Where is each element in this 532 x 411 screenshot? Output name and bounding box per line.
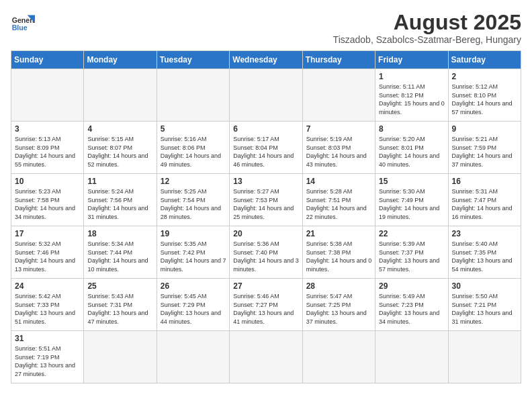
title-area: August 2025 Tiszadob, Szabolcs-Szatmar-B… <box>333 11 521 45</box>
calendar-cell: 7Sunrise: 5:19 AM Sunset: 8:03 PM Daylig… <box>302 122 375 174</box>
day-info: Sunrise: 5:40 AM Sunset: 7:35 PM Dayligh… <box>452 240 518 273</box>
day-number: 22 <box>379 229 445 238</box>
day-number: 11 <box>87 177 153 186</box>
calendar-cell: 30Sunrise: 5:50 AM Sunset: 7:21 PM Dayli… <box>448 279 521 331</box>
month-year-title: August 2025 <box>333 11 521 34</box>
page-container: General Blue August 2025 Tiszadob, Szabo… <box>11 11 521 383</box>
day-number: 4 <box>87 124 153 134</box>
calendar-cell: 10Sunrise: 5:23 AM Sunset: 7:58 PM Dayli… <box>11 174 84 226</box>
day-info: Sunrise: 5:35 AM Sunset: 7:42 PM Dayligh… <box>161 240 226 273</box>
day-number: 31 <box>15 334 81 343</box>
calendar-cell <box>375 331 448 383</box>
calendar-cell: 22Sunrise: 5:39 AM Sunset: 7:37 PM Dayli… <box>375 226 448 279</box>
day-info: Sunrise: 5:36 AM Sunset: 7:40 PM Dayligh… <box>233 240 299 273</box>
day-info: Sunrise: 5:47 AM Sunset: 7:25 PM Dayligh… <box>306 292 372 326</box>
calendar-cell: 2Sunrise: 5:12 AM Sunset: 8:10 PM Daylig… <box>448 69 521 122</box>
calendar-cell: 18Sunrise: 5:34 AM Sunset: 7:44 PM Dayli… <box>84 226 157 279</box>
calendar-cell <box>230 331 302 383</box>
calendar-cell: 11Sunrise: 5:24 AM Sunset: 7:56 PM Dayli… <box>84 174 157 226</box>
day-info: Sunrise: 5:28 AM Sunset: 7:51 PM Dayligh… <box>306 187 372 221</box>
day-number: 17 <box>15 229 81 238</box>
calendar-cell: 19Sunrise: 5:35 AM Sunset: 7:42 PM Dayli… <box>157 226 229 279</box>
logo: General Blue <box>11 11 35 35</box>
day-info: Sunrise: 5:19 AM Sunset: 8:03 PM Dayligh… <box>306 135 372 169</box>
week-row-0: 1Sunrise: 5:11 AM Sunset: 8:12 PM Daylig… <box>11 69 521 122</box>
calendar-cell <box>302 331 375 383</box>
calendar-cell: 4Sunrise: 5:15 AM Sunset: 8:07 PM Daylig… <box>84 122 157 174</box>
location-subtitle: Tiszadob, Szabolcs-Szatmar-Bereg, Hungar… <box>333 34 521 45</box>
day-info: Sunrise: 5:31 AM Sunset: 7:47 PM Dayligh… <box>452 187 518 221</box>
day-info: Sunrise: 5:32 AM Sunset: 7:46 PM Dayligh… <box>15 240 81 273</box>
day-number: 20 <box>233 229 299 238</box>
calendar-cell: 6Sunrise: 5:17 AM Sunset: 8:04 PM Daylig… <box>230 122 302 174</box>
day-info: Sunrise: 5:50 AM Sunset: 7:21 PM Dayligh… <box>452 292 518 326</box>
day-info: Sunrise: 5:51 AM Sunset: 7:19 PM Dayligh… <box>15 345 81 378</box>
day-number: 26 <box>161 281 226 291</box>
day-info: Sunrise: 5:12 AM Sunset: 8:10 PM Dayligh… <box>452 83 518 116</box>
day-number: 27 <box>233 281 299 291</box>
calendar-cell <box>11 69 84 122</box>
day-info: Sunrise: 5:49 AM Sunset: 7:23 PM Dayligh… <box>379 292 445 326</box>
day-info: Sunrise: 5:45 AM Sunset: 7:29 PM Dayligh… <box>161 292 226 326</box>
weekday-header-thursday: Thursday <box>302 51 375 69</box>
day-info: Sunrise: 5:24 AM Sunset: 7:56 PM Dayligh… <box>87 187 153 221</box>
day-number: 29 <box>379 281 445 291</box>
calendar-cell: 21Sunrise: 5:38 AM Sunset: 7:38 PM Dayli… <box>302 226 375 279</box>
day-number: 19 <box>161 229 226 238</box>
calendar-cell: 23Sunrise: 5:40 AM Sunset: 7:35 PM Dayli… <box>448 226 521 279</box>
week-row-3: 17Sunrise: 5:32 AM Sunset: 7:46 PM Dayli… <box>11 226 521 279</box>
day-number: 18 <box>87 229 153 238</box>
week-row-4: 24Sunrise: 5:42 AM Sunset: 7:33 PM Dayli… <box>11 279 521 331</box>
weekday-header-row: SundayMondayTuesdayWednesdayThursdayFrid… <box>11 51 521 69</box>
calendar-cell: 17Sunrise: 5:32 AM Sunset: 7:46 PM Dayli… <box>11 226 84 279</box>
calendar-cell: 31Sunrise: 5:51 AM Sunset: 7:19 PM Dayli… <box>11 331 84 383</box>
day-number: 24 <box>15 281 81 291</box>
day-number: 6 <box>233 124 299 134</box>
day-number: 30 <box>452 281 518 291</box>
generalblue-logo-icon: General Blue <box>11 11 35 35</box>
day-info: Sunrise: 5:39 AM Sunset: 7:37 PM Dayligh… <box>379 240 445 273</box>
day-info: Sunrise: 5:30 AM Sunset: 7:49 PM Dayligh… <box>379 187 445 221</box>
day-number: 7 <box>306 124 372 134</box>
calendar-cell: 13Sunrise: 5:27 AM Sunset: 7:53 PM Dayli… <box>230 174 302 226</box>
week-row-1: 3Sunrise: 5:13 AM Sunset: 8:09 PM Daylig… <box>11 122 521 174</box>
calendar-cell <box>84 69 157 122</box>
calendar-cell <box>157 331 229 383</box>
calendar-cell: 3Sunrise: 5:13 AM Sunset: 8:09 PM Daylig… <box>11 122 84 174</box>
week-row-5: 31Sunrise: 5:51 AM Sunset: 7:19 PM Dayli… <box>11 331 521 383</box>
weekday-header-saturday: Saturday <box>448 51 521 69</box>
calendar-cell: 8Sunrise: 5:20 AM Sunset: 8:01 PM Daylig… <box>375 122 448 174</box>
day-number: 3 <box>15 124 81 134</box>
day-number: 28 <box>306 281 372 291</box>
weekday-header-tuesday: Tuesday <box>157 51 229 69</box>
day-info: Sunrise: 5:42 AM Sunset: 7:33 PM Dayligh… <box>15 292 81 326</box>
day-number: 12 <box>161 177 226 186</box>
calendar-cell: 20Sunrise: 5:36 AM Sunset: 7:40 PM Dayli… <box>230 226 302 279</box>
day-number: 15 <box>379 177 445 186</box>
day-number: 16 <box>452 177 518 186</box>
calendar-cell <box>157 69 229 122</box>
calendar-cell: 29Sunrise: 5:49 AM Sunset: 7:23 PM Dayli… <box>375 279 448 331</box>
day-info: Sunrise: 5:17 AM Sunset: 8:04 PM Dayligh… <box>233 135 299 169</box>
calendar-cell <box>302 69 375 122</box>
day-number: 25 <box>87 281 153 291</box>
calendar-cell: 14Sunrise: 5:28 AM Sunset: 7:51 PM Dayli… <box>302 174 375 226</box>
calendar-cell: 28Sunrise: 5:47 AM Sunset: 7:25 PM Dayli… <box>302 279 375 331</box>
calendar-cell: 27Sunrise: 5:46 AM Sunset: 7:27 PM Dayli… <box>230 279 302 331</box>
svg-text:Blue: Blue <box>12 24 28 32</box>
weekday-header-wednesday: Wednesday <box>230 51 302 69</box>
day-info: Sunrise: 5:20 AM Sunset: 8:01 PM Dayligh… <box>379 135 445 169</box>
day-info: Sunrise: 5:15 AM Sunset: 8:07 PM Dayligh… <box>87 135 153 169</box>
calendar-cell: 25Sunrise: 5:43 AM Sunset: 7:31 PM Dayli… <box>84 279 157 331</box>
calendar-cell: 5Sunrise: 5:16 AM Sunset: 8:06 PM Daylig… <box>157 122 229 174</box>
calendar-cell <box>84 331 157 383</box>
day-info: Sunrise: 5:46 AM Sunset: 7:27 PM Dayligh… <box>233 292 299 326</box>
day-number: 13 <box>233 177 299 186</box>
day-number: 14 <box>306 177 372 186</box>
day-info: Sunrise: 5:23 AM Sunset: 7:58 PM Dayligh… <box>15 187 81 221</box>
calendar-cell: 16Sunrise: 5:31 AM Sunset: 7:47 PM Dayli… <box>448 174 521 226</box>
day-info: Sunrise: 5:11 AM Sunset: 8:12 PM Dayligh… <box>379 83 445 116</box>
day-number: 2 <box>452 72 518 81</box>
week-row-2: 10Sunrise: 5:23 AM Sunset: 7:58 PM Dayli… <box>11 174 521 226</box>
day-number: 10 <box>15 177 81 186</box>
